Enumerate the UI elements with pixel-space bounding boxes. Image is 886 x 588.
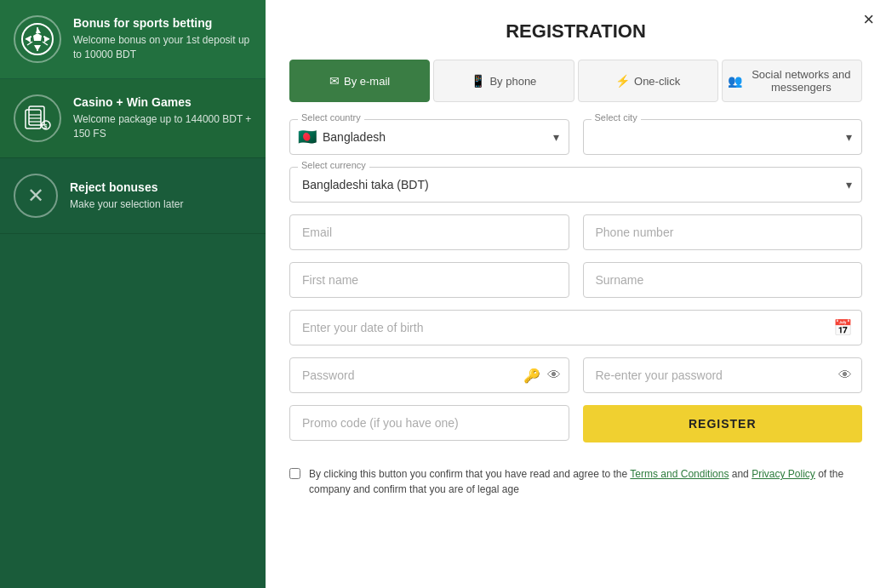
svg-text:$: $ (44, 123, 48, 130)
casino-desc: Welcome package up to 144000 BDT + 150 F… (73, 112, 252, 141)
repassword-eye-icon[interactable]: 👁 (838, 368, 852, 383)
sports-bonus-icon (14, 15, 61, 63)
phone-input[interactable] (583, 214, 863, 250)
city-label: Select city (592, 112, 641, 123)
tab-email[interactable]: ✉ By e-mail (289, 60, 430, 102)
registration-tabs: ✉ By e-mail 📱 By phone ⚡ One-click 👥 Soc… (289, 60, 862, 102)
app-container: Bonus for sports betting Welcome bonus o… (0, 0, 886, 588)
country-city-row: Select country 🇧🇩 Bangladesh Select city (289, 119, 862, 155)
casino-title: Casino + Win Games (73, 95, 252, 109)
firstname-group (289, 262, 569, 298)
currency-row: Select currency Bangladeshi taka (BDT) (289, 167, 862, 203)
sidebar: Bonus for sports betting Welcome bonus o… (0, 0, 266, 588)
sports-bonus-text: Bonus for sports betting Welcome bonus o… (73, 16, 252, 62)
password-group: 🔑 👁 (289, 357, 569, 393)
social-tab-icon: 👥 (728, 74, 742, 88)
sidebar-item-casino[interactable]: $ Casino + Win Games Welcome package up … (0, 79, 266, 158)
city-select[interactable] (583, 119, 863, 155)
country-label: Select country (298, 112, 364, 123)
reject-icon: ✕ (14, 174, 58, 218)
casino-text: Casino + Win Games Welcome package up to… (73, 95, 252, 141)
tab-oneclick[interactable]: ⚡ One-click (578, 60, 718, 102)
reject-x-icon: ✕ (27, 184, 44, 208)
terms-checkbox[interactable] (289, 468, 300, 479)
password-row: 🔑 👁 👁 (289, 357, 862, 393)
terms-section: By clicking this button you confirm that… (289, 466, 862, 497)
country-group: Select country 🇧🇩 Bangladesh (289, 119, 569, 155)
firstname-input[interactable] (289, 262, 569, 298)
register-button[interactable]: REGISTER (583, 405, 863, 442)
dob-input[interactable] (289, 310, 862, 345)
close-button[interactable]: × (863, 10, 874, 29)
oneclick-tab-icon: ⚡ (615, 74, 630, 88)
promo-register-row: REGISTER (289, 405, 862, 442)
email-group (289, 214, 569, 250)
svg-marker-5 (33, 33, 42, 41)
city-group: Select city (583, 119, 863, 155)
surname-input[interactable] (583, 262, 863, 298)
svg-line-11 (43, 42, 48, 45)
svg-marker-1 (36, 27, 41, 33)
tab-oneclick-label: One-click (634, 75, 680, 88)
currency-label: Select currency (298, 160, 369, 170)
reject-text: Reject bonuses Make your selection later (70, 180, 183, 212)
sports-bonus-desc: Welcome bonus on your 1st deposit up to … (73, 33, 252, 62)
password-icons: 🔑 👁 (523, 368, 561, 384)
privacy-link[interactable]: Privacy Policy (752, 468, 815, 480)
registration-modal: × REGISTRATION ✉ By e-mail 📱 By phone ⚡ … (266, 0, 886, 588)
email-phone-row (289, 214, 862, 250)
dob-group: 📅 (289, 310, 862, 345)
svg-line-10 (27, 42, 32, 45)
country-select[interactable]: Bangladesh (289, 119, 569, 155)
register-group: REGISTER (583, 405, 863, 442)
currency-group: Select currency Bangladeshi taka (BDT) (289, 167, 862, 203)
terms-link[interactable]: Terms and Conditions (630, 468, 729, 480)
currency-select[interactable]: Bangladeshi taka (BDT) (289, 167, 862, 203)
dob-row: 📅 (289, 310, 862, 345)
email-tab-icon: ✉ (329, 74, 340, 88)
reject-title: Reject bonuses (70, 180, 183, 194)
calendar-icon[interactable]: 📅 (833, 318, 852, 337)
tab-social-label: Social networks and messengers (746, 68, 856, 94)
promo-group (289, 405, 569, 442)
promo-input[interactable] (289, 405, 569, 441)
tab-phone-label: By phone (489, 75, 536, 88)
tab-email-label: By e-mail (344, 75, 390, 88)
terms-text: By clicking this button you confirm that… (309, 466, 862, 497)
password-section: 🔑 👁 👁 (289, 357, 862, 405)
sports-bonus-title: Bonus for sports betting (73, 16, 252, 30)
tab-social[interactable]: 👥 Social networks and messengers (722, 60, 862, 102)
sidebar-item-sports-bonus[interactable]: Bonus for sports betting Welcome bonus o… (0, 0, 266, 79)
name-row (289, 262, 862, 298)
repassword-group: 👁 (583, 357, 863, 393)
sidebar-item-reject[interactable]: ✕ Reject bonuses Make your selection lat… (0, 158, 266, 234)
phone-tab-icon: 📱 (471, 74, 485, 88)
surname-group (583, 262, 863, 298)
tab-phone[interactable]: 📱 By phone (433, 60, 574, 102)
eye-slash-icon[interactable]: 👁 (547, 368, 561, 384)
casino-icon: $ (14, 94, 61, 142)
modal-title: REGISTRATION (289, 20, 862, 43)
phone-group (583, 214, 863, 250)
repassword-input[interactable] (583, 357, 863, 393)
key-icon: 🔑 (523, 368, 540, 384)
email-input[interactable] (289, 214, 569, 250)
reject-desc: Make your selection later (70, 197, 183, 212)
